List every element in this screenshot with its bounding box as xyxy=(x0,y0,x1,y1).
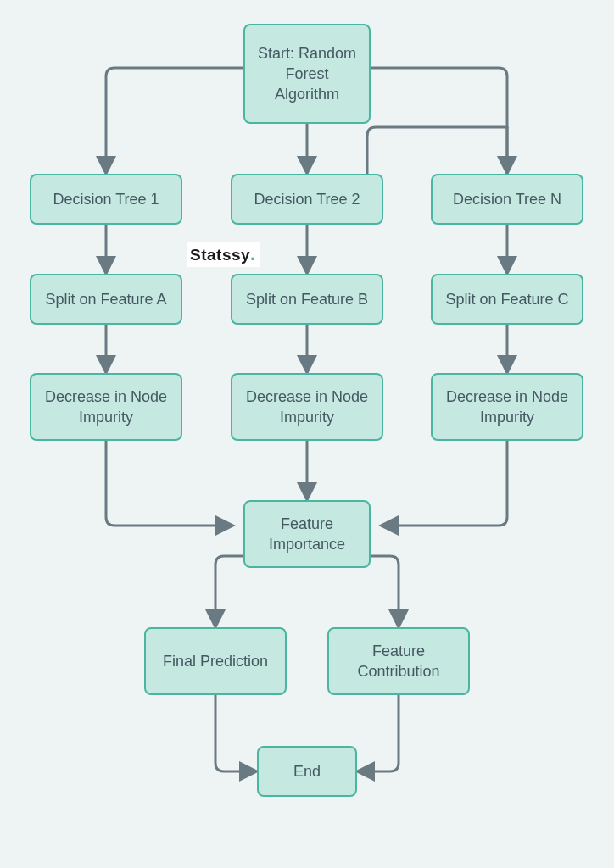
node-label: Decision Tree 1 xyxy=(53,189,159,209)
decrease-impurity-2-node: Decrease in Node Impurity xyxy=(231,373,383,441)
node-label: Decision Tree 2 xyxy=(254,189,360,209)
node-label: Split on Feature B xyxy=(246,289,368,309)
decrease-impurity-3-node: Decrease in Node Impurity xyxy=(431,373,583,441)
watermark-logo: Statssy. xyxy=(187,242,260,267)
end-node: End xyxy=(257,746,357,797)
node-label: Decrease in Node Impurity xyxy=(40,387,172,428)
feature-importance-node: Feature Importance xyxy=(243,500,371,568)
node-label: Split on Feature C xyxy=(445,289,568,309)
node-label: Split on Feature A xyxy=(45,289,166,309)
node-label: Decrease in Node Impurity xyxy=(441,387,573,428)
feature-contribution-node: Feature Contribution xyxy=(327,627,470,695)
start-node-label: Start: Random Forest Algorithm xyxy=(254,43,360,105)
final-prediction-node: Final Prediction xyxy=(144,627,287,695)
node-label: Decrease in Node Impurity xyxy=(241,387,373,428)
watermark-dot: . xyxy=(250,243,256,264)
node-label: Feature Contribution xyxy=(338,641,460,682)
decrease-impurity-1-node: Decrease in Node Impurity xyxy=(30,373,182,441)
decision-tree-n-node: Decision Tree N xyxy=(431,174,583,225)
node-label: Decision Tree N xyxy=(453,189,561,209)
decision-tree-2-node: Decision Tree 2 xyxy=(231,174,383,225)
start-node: Start: Random Forest Algorithm xyxy=(243,24,371,124)
node-label: End xyxy=(293,761,321,782)
split-feature-b-node: Split on Feature B xyxy=(231,274,383,325)
split-feature-a-node: Split on Feature A xyxy=(30,274,182,325)
decision-tree-1-node: Decision Tree 1 xyxy=(30,174,182,225)
node-label: Feature Importance xyxy=(254,514,360,555)
watermark-text: Statssy xyxy=(190,246,250,264)
split-feature-c-node: Split on Feature C xyxy=(431,274,583,325)
node-label: Final Prediction xyxy=(163,651,268,671)
